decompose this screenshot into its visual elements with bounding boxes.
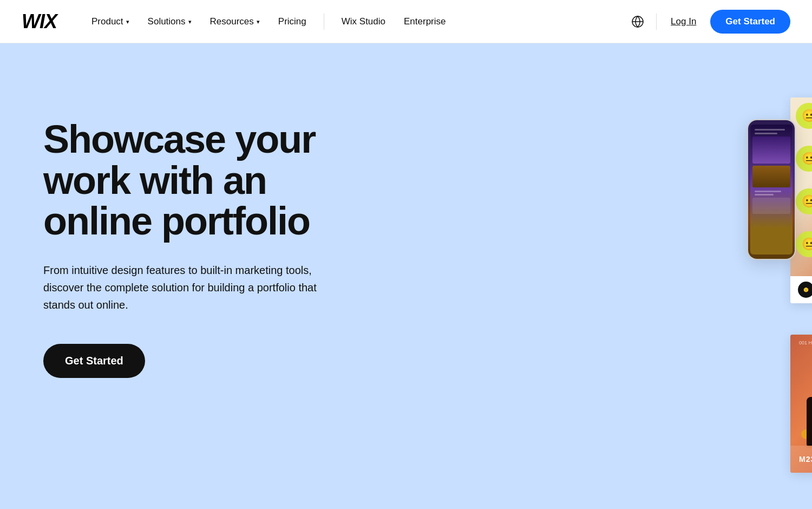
- hero-cta-button[interactable]: Get Started: [43, 344, 145, 378]
- chevron-down-icon: ▾: [257, 18, 260, 25]
- nav-item-solutions[interactable]: Solutions ▾: [140, 12, 199, 31]
- workshop-numbers: 001 HOME 002 WORK 003 MORE: [799, 340, 812, 345]
- workshop-card: 001 HOME 002 WORK 003 MORE: [790, 335, 812, 473]
- hero-subtitle: From intuitive design features to built-…: [43, 262, 325, 314]
- workshop-brand-name: M23D.: [799, 455, 812, 464]
- nav-enterprise-label: Enterprise: [404, 16, 446, 27]
- nav-actions: Log In Get Started: [628, 10, 790, 34]
- chevron-down-icon: ▾: [126, 18, 129, 25]
- phone-mockup: [747, 119, 796, 260]
- hero-section: Showcase your work with an online portfo…: [0, 43, 812, 509]
- person-1: [807, 397, 812, 446]
- nav-solutions-label: Solutions: [148, 16, 186, 27]
- nav-item-wix-studio[interactable]: Wix Studio: [334, 12, 393, 31]
- nav-links: Product ▾ Solutions ▾ Resources ▾ Pricin…: [84, 12, 628, 31]
- nav-divider: [324, 14, 324, 30]
- chevron-down-icon: ▾: [188, 18, 192, 25]
- navbar: WIX Product ▾ Solutions ▾ Resources ▾ Pr…: [0, 0, 812, 43]
- nav-resources-label: Resources: [210, 16, 254, 27]
- nav-item-enterprise[interactable]: Enterprise: [396, 12, 453, 31]
- nav-item-pricing[interactable]: Pricing: [271, 12, 314, 31]
- login-button[interactable]: Log In: [665, 12, 702, 31]
- phone-screen-inner: [750, 125, 793, 255]
- phone-screen: [748, 120, 795, 259]
- workshop-art: 001 HOME 002 WORK 003 MORE: [790, 335, 812, 473]
- nav-pricing-label: Pricing: [278, 16, 306, 27]
- smiley-card-logo: 🙂: [798, 282, 812, 298]
- language-selector-button[interactable]: [628, 12, 647, 31]
- smiley-card-bottom: 🙂 Portfolio ArtistGallery Collection: [790, 276, 812, 303]
- num-label-home: 001 HOME: [799, 340, 812, 345]
- workshop-info-bar: M23D. New York, NY 10002 Master curator …: [790, 446, 812, 473]
- hero-content: Showcase your work with an online portfo…: [43, 87, 368, 378]
- nav-item-product[interactable]: Product ▾: [84, 12, 137, 31]
- nav-item-resources[interactable]: Resources ▾: [202, 12, 267, 31]
- hero-images: 😐 😐 😐 😐 😐 😐 😐 😐 😐 😐 😐 😐 😐 😐 😐 😐 😐 😐 😐: [401, 43, 812, 509]
- hero-title: Showcase your work with an online portfo…: [43, 119, 368, 242]
- get-started-nav-button[interactable]: Get Started: [710, 10, 790, 34]
- wix-logo[interactable]: WIX: [22, 10, 57, 33]
- nav-wix-studio-label: Wix Studio: [342, 16, 385, 27]
- nav-product-label: Product: [91, 16, 123, 27]
- nav-divider-2: [656, 14, 657, 30]
